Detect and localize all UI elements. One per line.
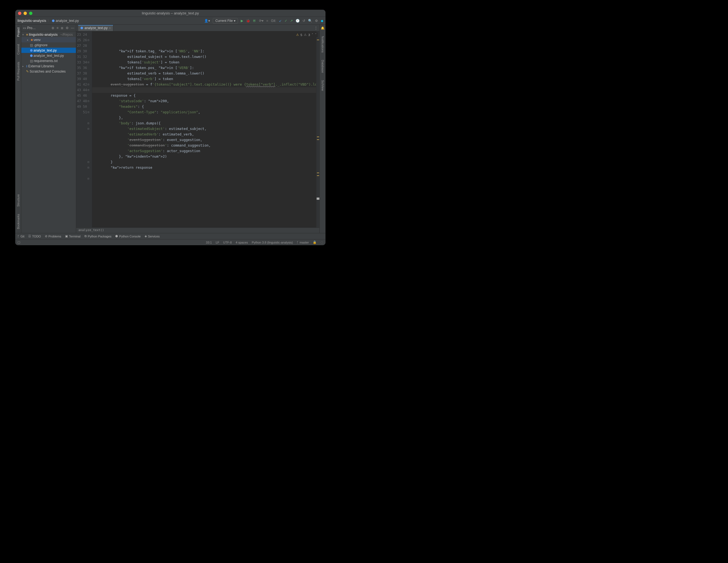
tree-external-libraries[interactable]: ▸ ⫴ External Libraries	[21, 63, 76, 69]
titlebar: linguistic-analysis – analyze_text.py	[15, 10, 325, 17]
warning-icon: ⚠	[296, 33, 299, 37]
bookmarks-tool-button[interactable]: Bookmarks	[17, 213, 20, 230]
project-view-label[interactable]: Pro…	[27, 26, 36, 30]
settings-icon[interactable]: ⚙	[315, 19, 318, 23]
search-everywhere-icon[interactable]: 🔍	[308, 19, 312, 23]
services-tool-button[interactable]: ◈Services	[145, 234, 160, 238]
warning-count: 5	[301, 33, 302, 37]
line-separator[interactable]: LF	[216, 241, 219, 244]
commit-icon[interactable]: ✓	[284, 19, 287, 23]
pull-requests-tool-button[interactable]: Pull Requests	[17, 61, 20, 82]
settings-icon[interactable]: ⚙	[66, 26, 69, 30]
push-icon[interactable]: ↗	[290, 19, 293, 23]
tree-file-requirements[interactable]: ▤ requirements.txt	[21, 58, 76, 63]
todo-icon: ☲	[28, 234, 31, 238]
update-project-icon[interactable]: ↙	[279, 19, 282, 23]
python-packages-tool-button[interactable]: ⧉Python Packages	[84, 234, 112, 238]
tree-root-path: ~/Repos	[60, 33, 73, 37]
rollback-icon[interactable]: ↺	[303, 19, 305, 23]
tree-file-gitignore[interactable]: ▤ .gitignore	[21, 42, 76, 48]
terminal-tool-button[interactable]: ▣Terminal	[65, 234, 81, 238]
file-encoding[interactable]: UTF-8	[223, 241, 232, 244]
vcs-label: Git:	[271, 19, 276, 23]
profile-button[interactable]: ⟳▾	[259, 19, 263, 23]
file-icon: ▤	[30, 43, 33, 47]
chevron-up-icon[interactable]: ˄	[312, 33, 313, 37]
tree-folder-venv[interactable]: ▸ ■ venv	[21, 37, 76, 42]
indent-settings[interactable]: 4 spaces	[236, 241, 248, 244]
notifications-tool-button[interactable]: Notifications	[321, 35, 324, 54]
left-tool-rail: Project Commit Pull Requests Structure B…	[15, 25, 21, 233]
lock-icon[interactable]: 🔒	[313, 240, 317, 244]
history-icon[interactable]: 🕘	[296, 19, 300, 23]
chevron-down-icon[interactable]: ˅	[315, 33, 317, 37]
inspections-widget[interactable]: ⚠ 5 ⚠ 3 ˄ ˅	[295, 32, 318, 37]
library-icon: ⫴	[26, 64, 27, 68]
tabs-more-icon[interactable]: ⋮	[314, 26, 318, 30]
tree-item-label: Scratches and Consoles	[30, 70, 66, 73]
close-tab-icon[interactable]: ×	[109, 26, 111, 30]
breadcrumb[interactable]: linguistic-analysis 〉 ⬢ analyze_text.py	[17, 18, 79, 23]
commit-tool-button[interactable]: Commit	[17, 43, 20, 56]
label: TODO	[32, 235, 41, 238]
run-configuration-selector[interactable]: Current File ▾	[213, 18, 238, 24]
breadcrumb-file[interactable]: analyze_text.py	[56, 19, 79, 23]
hide-icon[interactable]: —	[71, 26, 74, 30]
python-file-icon: ⬢	[52, 19, 55, 23]
scratches-icon: ✎	[26, 70, 29, 73]
tree-root-label: linguistic-analysis	[29, 33, 58, 37]
debug-button[interactable]: 🐞	[246, 19, 250, 23]
main-area: Project Commit Pull Requests Structure B…	[15, 25, 325, 233]
chevron-down-icon: ▾	[234, 19, 235, 23]
breadcrumb-root[interactable]: linguistic-analysis	[17, 19, 46, 23]
tab-label: analyze_text.py	[84, 26, 107, 30]
editor-body[interactable]: ⚠ 5 ⚠ 3 ˄ ˅ 23 24 25 26 27 28 29 30 31 3…	[76, 31, 319, 227]
database-tool-button[interactable]: Database	[321, 59, 324, 74]
notifications-bell-icon[interactable]: 🔔	[321, 26, 325, 30]
editor-breadcrumb[interactable]: analyze_text()	[76, 227, 319, 233]
expand-all-icon[interactable]: ≡	[57, 26, 58, 30]
tool-windows-quick-access-icon[interactable]: ▢	[17, 240, 20, 244]
tree-file-analyze-text[interactable]: ⬢ analyze_text.py	[21, 48, 76, 53]
structure-tool-button[interactable]: Structure	[17, 193, 20, 208]
memory-indicator-icon[interactable]: ◌	[321, 240, 323, 244]
sciview-tool-button[interactable]: SciView	[321, 79, 324, 92]
problems-tool-button[interactable]: ⊘Problems	[45, 234, 61, 238]
python-interpreter[interactable]: Python 3.8 (linguistic-analysis)	[252, 241, 293, 244]
stop-button[interactable]: ■	[266, 19, 268, 23]
python-console-tool-button[interactable]: ⬢Python Console	[115, 234, 141, 238]
editor-tab-analyze-text[interactable]: ⬢ analyze_text.py ×	[78, 25, 113, 31]
run-button[interactable]: ▶	[241, 19, 243, 23]
gutter[interactable]: 23 24 25 26 27 28 29 30 31 32 33 34 35 3…	[76, 31, 92, 227]
git-branch[interactable]: ᚶ master	[297, 241, 309, 244]
tree-root[interactable]: ▾ ■ linguistic-analysis ~/Repos	[21, 32, 76, 37]
tree-file-analyze-text-test[interactable]: ⬢ analyze_text_test.py	[21, 53, 76, 58]
code-with-me-icon[interactable]: ◆	[321, 19, 323, 23]
coverage-button[interactable]: ⛨	[253, 19, 256, 23]
tree-item-label: analyze_text_test.py	[34, 54, 64, 58]
folder-icon: ■	[31, 38, 33, 42]
tree-scratches[interactable]: ✎ Scratches and Consoles	[21, 69, 76, 74]
code-area[interactable]: "kw">if token.tag_ "kw">in ['NNS', 'NN']…	[92, 31, 316, 227]
project-tool-button[interactable]: Project	[17, 26, 20, 38]
cursor-position[interactable]: 33:1	[206, 241, 212, 244]
select-opened-file-icon[interactable]: ⊕	[52, 26, 54, 30]
todo-tool-button[interactable]: ☲TODO	[28, 234, 41, 238]
add-config-icon[interactable]: 👤▾	[204, 19, 210, 23]
branch-label: master	[299, 241, 309, 244]
python-file-icon: ⬢	[30, 48, 33, 52]
python-file-icon: ⬢	[30, 54, 33, 58]
collapse-all-icon[interactable]: ≣	[61, 26, 63, 30]
toolbar-actions: 👤▾ Current File ▾ ▶ 🐞 ⛨ ⟳▾ ■ Git: ↙ ✓ ↗ …	[204, 18, 323, 24]
tree-item-label: venv	[34, 38, 40, 42]
bottom-tool-bar: ᚶGit ☲TODO ⊘Problems ▣Terminal ⧉Python P…	[15, 233, 325, 239]
branch-icon: ᚶ	[17, 235, 19, 238]
ide-window: linguistic-analysis – analyze_text.py li…	[15, 10, 325, 245]
services-icon: ◈	[145, 234, 147, 238]
error-stripe[interactable]	[316, 31, 319, 227]
project-tree[interactable]: ▾ ■ linguistic-analysis ~/Repos ▸ ■ venv…	[21, 31, 76, 75]
git-tool-button[interactable]: ᚶGit	[17, 235, 24, 238]
packages-icon: ⧉	[84, 234, 87, 238]
python-file-icon: ⬢	[80, 26, 83, 30]
navigation-bar: linguistic-analysis 〉 ⬢ analyze_text.py …	[15, 17, 325, 25]
